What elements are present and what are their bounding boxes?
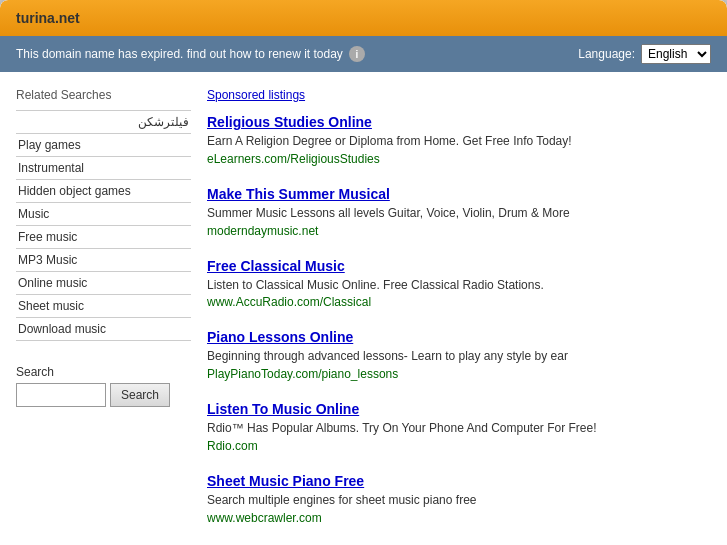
- right-content: Sponsored listings Religious Studies Onl…: [207, 88, 711, 545]
- list-item: Download music: [16, 318, 191, 341]
- ad-title-piano[interactable]: Piano Lessons Online: [207, 329, 711, 345]
- ad-url-religious: eLearners.com/ReligiousStudies: [207, 152, 711, 166]
- browser-window: turina.net This domain name has expired.…: [0, 0, 727, 545]
- search-box: Search Search: [16, 365, 191, 407]
- sponsored-label[interactable]: Sponsored listings: [207, 88, 711, 102]
- sidebar-link-play-games[interactable]: Play games: [18, 138, 189, 152]
- list-item: Sheet music: [16, 295, 191, 318]
- ad-item-religious: Religious Studies Online Earn A Religion…: [207, 114, 711, 166]
- ad-url-piano: PlayPianoToday.com/piano_lessons: [207, 367, 711, 381]
- ad-desc-summer-1: Summer Music Lessons all levels Guitar, …: [207, 205, 711, 222]
- sidebar-link-music[interactable]: Music: [18, 207, 189, 221]
- sidebar: Related Searches فيلترشكن Play games Ins…: [16, 88, 191, 545]
- ad-item-listen: Listen To Music Online Rdio™ Has Popular…: [207, 401, 711, 453]
- ad-url-summer: moderndaymusic.net: [207, 224, 711, 238]
- list-item: Play games: [16, 134, 191, 157]
- ad-item-summer: Make This Summer Musical Summer Music Le…: [207, 186, 711, 238]
- language-select[interactable]: English Spanish French German: [641, 44, 711, 64]
- ad-url-sheet: www.webcrawler.com: [207, 511, 711, 525]
- ad-item-sheet: Sheet Music Piano Free Search multiple e…: [207, 473, 711, 525]
- ad-item-piano: Piano Lessons Online Beginning through a…: [207, 329, 711, 381]
- language-label: Language:: [578, 47, 635, 61]
- banner-text-area: This domain name has expired. find out h…: [16, 46, 365, 62]
- page-title: turina.net: [16, 10, 80, 26]
- sidebar-link-arabic[interactable]: فيلترشكن: [18, 115, 189, 129]
- search-button[interactable]: Search: [110, 383, 170, 407]
- ad-url-listen: Rdio.com: [207, 439, 711, 453]
- sidebar-link-online-music[interactable]: Online music: [18, 276, 189, 290]
- banner-message: This domain name has expired. find out h…: [16, 47, 343, 61]
- sidebar-link-download-music[interactable]: Download music: [18, 322, 189, 336]
- list-item: Online music: [16, 272, 191, 295]
- main-content: Related Searches فيلترشكن Play games Ins…: [0, 72, 727, 545]
- search-label: Search: [16, 365, 191, 379]
- related-searches-title: Related Searches: [16, 88, 191, 102]
- domain-banner: This domain name has expired. find out h…: [0, 36, 727, 72]
- sidebar-link-hidden-object[interactable]: Hidden object games: [18, 184, 189, 198]
- sidebar-link-instrumental[interactable]: Instrumental: [18, 161, 189, 175]
- list-item: MP3 Music: [16, 249, 191, 272]
- ad-title-summer[interactable]: Make This Summer Musical: [207, 186, 711, 202]
- ad-title-sheet[interactable]: Sheet Music Piano Free: [207, 473, 711, 489]
- info-icon[interactable]: i: [349, 46, 365, 62]
- ad-desc-classical-1: Listen to Classical Music Online. Free C…: [207, 277, 711, 294]
- sidebar-link-sheet-music[interactable]: Sheet music: [18, 299, 189, 313]
- list-item: Free music: [16, 226, 191, 249]
- ad-title-religious[interactable]: Religious Studies Online: [207, 114, 711, 130]
- list-item: Instrumental: [16, 157, 191, 180]
- sidebar-link-mp3-music[interactable]: MP3 Music: [18, 253, 189, 267]
- ad-desc-sheet-1: Search multiple engines for sheet music …: [207, 492, 711, 509]
- ad-desc-piano-1: Beginning through advanced lessons- Lear…: [207, 348, 711, 365]
- ad-desc-religious-1: Earn A Religion Degree or Diploma from H…: [207, 133, 711, 150]
- list-item: Hidden object games: [16, 180, 191, 203]
- list-item: Music: [16, 203, 191, 226]
- sidebar-link-free-music[interactable]: Free music: [18, 230, 189, 244]
- search-input[interactable]: [16, 383, 106, 407]
- ad-url-classical: www.AccuRadio.com/Classical: [207, 295, 711, 309]
- search-input-row: Search: [16, 383, 191, 407]
- related-list: فيلترشكن Play games Instrumental Hidden …: [16, 110, 191, 341]
- ad-title-classical[interactable]: Free Classical Music: [207, 258, 711, 274]
- list-item: فيلترشكن: [16, 111, 191, 134]
- ad-item-classical: Free Classical Music Listen to Classical…: [207, 258, 711, 310]
- language-section: Language: English Spanish French German: [578, 44, 711, 64]
- ad-desc-listen-1: Rdio™ Has Popular Albums. Try On Your Ph…: [207, 420, 711, 437]
- title-bar: turina.net: [0, 0, 727, 36]
- ad-title-listen[interactable]: Listen To Music Online: [207, 401, 711, 417]
